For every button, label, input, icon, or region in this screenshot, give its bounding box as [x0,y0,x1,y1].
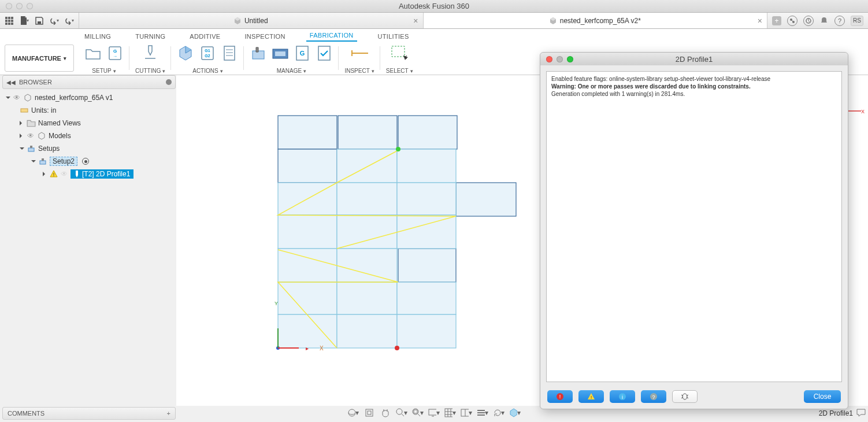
filter-error-button[interactable]: ! [547,390,573,403]
cutting-group-label[interactable]: CUTTING [135,68,165,74]
extensions-icon[interactable] [787,16,797,26]
log-titlebar[interactable]: 2D Profile1 [540,53,848,65]
tree-root[interactable]: 👁 nested_kerfcomp_65A v1 [2,91,176,104]
visibility-icon[interactable]: 👁 [13,94,21,102]
postprocess-icon[interactable]: G1G2 [199,45,216,62]
svg-text:G: G [300,50,305,57]
filter-debug-button[interactable] [672,390,698,403]
minimize-panel-icon[interactable] [557,56,563,62]
help-icon[interactable]: ? [834,16,845,26]
tree-models-label: Models [49,132,71,140]
svg-rect-61 [397,314,456,348]
feedback-icon[interactable] [856,409,866,419]
machine-library-icon[interactable] [272,45,289,62]
expand-icon[interactable] [20,145,24,153]
svg-rect-35 [21,109,28,112]
minimize-window-icon[interactable] [16,3,23,9]
close-log-button[interactable]: Close [804,390,841,403]
close-tab-icon[interactable]: × [758,16,762,25]
tree-models[interactable]: 👁 Models [2,129,176,142]
viewports-icon[interactable]: ▾ [477,407,488,419]
save-icon[interactable] [35,16,44,25]
task-manager-icon[interactable] [316,45,333,62]
svg-rect-3 [5,20,8,22]
expand-icon[interactable] [31,157,36,165]
ribbon-tab-turning[interactable]: TURNING [132,31,169,42]
browser-header[interactable]: ◀◀ BROWSER [2,75,176,89]
tree-named-views[interactable]: Named Views [2,117,176,129]
fit-icon[interactable]: ▾ [412,407,424,419]
filter-warning-button[interactable]: ! [578,390,604,403]
filter-info-button[interactable]: i [610,390,635,403]
browser-options-icon[interactable] [166,79,172,85]
file-menu-icon[interactable]: ▾ [20,16,29,25]
effects-icon[interactable]: ▾ [509,407,521,419]
zoom-window-icon[interactable] [27,3,33,9]
tree-setup2[interactable]: Setup2 [2,155,176,168]
manage-group-label[interactable]: MANAGE [277,68,306,74]
measure-icon[interactable] [351,45,368,62]
grid-settings-icon[interactable]: ▾ [444,407,456,419]
workspace-switcher[interactable]: MANUFACTURE▾ [5,45,74,72]
tree-operation[interactable]: ! 👁 [T2] 2D Profile1 [2,168,176,180]
setup-group-label[interactable]: SETUP [92,68,116,74]
look-at-icon[interactable] [363,407,375,419]
tool-library-icon[interactable] [250,45,267,62]
visibility-icon[interactable]: 👁 [27,132,35,140]
ribbon-tab-inspection[interactable]: INSPECTION [241,31,288,42]
setup-sheet-icon[interactable] [221,45,238,62]
close-window-icon[interactable] [6,3,12,9]
job-status-icon[interactable] [803,16,814,26]
zoom-icon[interactable]: ▾ [396,407,407,419]
filter-question-button[interactable]: ? [641,390,666,403]
expand-icon[interactable] [20,132,24,140]
ribbon-tab-milling[interactable]: MILLING [81,31,114,42]
redo-icon[interactable]: ▾ [65,16,74,25]
expand-icon[interactable] [20,119,24,127]
select-group-label[interactable]: SELECT [386,68,413,74]
document-tab-untitled[interactable]: Untitled × [79,13,424,28]
viewport-icon[interactable]: ▾ [461,407,472,419]
actions-group-label[interactable]: ACTIONS [192,68,222,74]
svg-rect-27 [275,51,285,56]
tree-setups[interactable]: Setups [2,142,176,155]
svg-rect-49 [337,183,397,215]
comments-bar[interactable]: COMMENTS + [2,407,176,420]
close-panel-icon[interactable] [546,56,552,62]
svg-rect-56 [278,282,337,314]
orbit-icon[interactable]: ▾ [347,407,359,419]
tree-units[interactable]: Units: in [2,104,176,117]
display-settings-icon[interactable]: ▾ [428,407,440,419]
nc-program-icon[interactable]: G→ [106,45,124,62]
cutting-tool-icon[interactable] [142,45,159,62]
expand-icon[interactable] [6,94,10,102]
collapse-browser-icon[interactable]: ◀◀ [6,79,16,86]
ribbon-tab-fabrication[interactable]: FABRICATION [306,30,357,42]
notifications-icon[interactable] [819,16,829,25]
expand-icon[interactable] [43,170,47,178]
setup-folder-icon[interactable] [84,45,102,62]
select-icon[interactable] [391,45,408,62]
ribbon-tab-utilities[interactable]: UTILITIES [374,31,413,42]
add-comment-icon[interactable]: + [167,410,170,417]
grid-apps-icon[interactable] [5,16,14,25]
ribbon-tab-additive[interactable]: ADDITIVE [186,31,224,42]
pan-icon[interactable] [380,407,391,419]
svg-rect-88 [368,411,371,414]
document-tab-nested[interactable]: nested_kerfcomp_65A v2* × [424,13,768,28]
active-setup-icon[interactable] [82,158,89,165]
undo-icon[interactable]: ▾ [50,16,59,25]
template-library-icon[interactable]: G [294,45,311,62]
close-tab-icon[interactable]: × [413,16,418,25]
refresh-icon[interactable]: ▾ [493,407,505,419]
visibility-icon[interactable]: 👁 [60,170,68,178]
new-tab-icon[interactable]: + [772,16,781,25]
user-avatar[interactable]: RS [851,16,863,26]
zoom-panel-icon[interactable] [567,56,573,62]
log-body[interactable]: Enabled feature flags: online-system-lib… [546,71,842,382]
workspace-label: MANUFACTURE [12,55,61,62]
generate-icon[interactable] [177,45,194,62]
svg-rect-0 [5,17,8,19]
inspect-group-label[interactable]: INSPECT [344,68,374,74]
component-icon [37,132,46,140]
